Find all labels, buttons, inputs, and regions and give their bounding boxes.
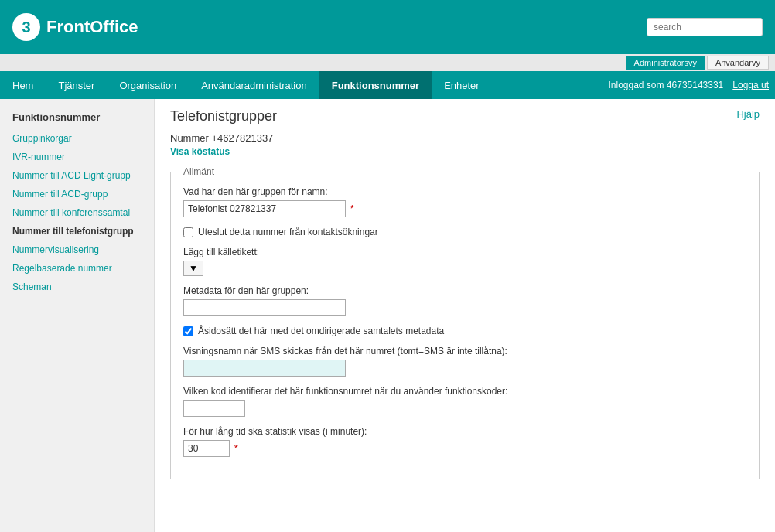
name-input[interactable]	[183, 200, 346, 217]
caller-dropdown[interactable]: ▼	[183, 261, 203, 276]
page-layout: Funktionsnummer Gruppinkorgar IVR-nummer…	[0, 99, 775, 532]
page-header: Telefonistgrupper Hjälp	[170, 108, 760, 124]
nav-item-tjanster[interactable]: Tjänster	[46, 71, 107, 99]
view-toggle-bar: Administratörsvy Användarvy	[0, 54, 775, 71]
search-area	[647, 18, 763, 36]
admin-view-button[interactable]: Administratörsvy	[626, 56, 705, 70]
sidebar-item-acd-grupp[interactable]: Nummer till ACD-grupp	[0, 185, 154, 203]
exclude-label: Uteslut detta nummer från kontaktsökning…	[198, 227, 378, 237]
sidebar-title: Funktionsnummer	[0, 108, 154, 129]
sidebar-item-telefonistgrupp[interactable]: Nummer till telefonistgrupp	[0, 222, 154, 240]
sms-row: Visningsnamn när SMS skickas från det hä…	[183, 346, 746, 377]
nav-item-organisation[interactable]: Organisation	[107, 71, 189, 99]
page-title: Telefonistgrupper	[170, 108, 277, 124]
logo-text: FrontOffice	[46, 17, 138, 37]
logout-link[interactable]: Logga ut	[732, 80, 769, 90]
logo-three-icon: 3	[12, 13, 40, 41]
name-label: Vad har den här gruppen för namn:	[183, 186, 746, 197]
user-view-button[interactable]: Användarvy	[707, 56, 769, 70]
search-input[interactable]	[647, 18, 763, 36]
sidebar-item-konferenssamtal[interactable]: Nummer till konferenssamtal	[0, 203, 154, 222]
number-info: Nummer +4627821337	[170, 132, 760, 144]
override-label: Åsidosätt det här med det omdirigerade s…	[198, 326, 444, 336]
nav-item-funktionsnummer[interactable]: Funktionsnummer	[319, 71, 432, 99]
metadata-row: Metadata för den här gruppen:	[183, 285, 746, 316]
status-link[interactable]: Visa köstatus	[170, 146, 230, 157]
top-header: 3 FrontOffice	[0, 0, 775, 54]
code-row: Vilken kod identifierar det här funktion…	[183, 386, 746, 417]
sms-label: Visningsnamn när SMS skickas från det hä…	[183, 346, 746, 356]
sidebar-item-nummervisualisering[interactable]: Nummervisualisering	[0, 240, 154, 259]
caller-row: Lägg till källetikett: ▼	[183, 247, 746, 276]
caller-label: Lägg till källetikett:	[183, 247, 746, 257]
metadata-label: Metadata för den här gruppen:	[183, 285, 746, 296]
exclude-row: Uteslut detta nummer från kontaktsökning…	[183, 227, 746, 237]
stats-label: För hur lång tid ska statistik visas (i …	[183, 426, 746, 437]
nav-item-anvandareadministration[interactable]: Användaradministration	[189, 71, 319, 99]
code-label: Vilken kod identifierar det här funktion…	[183, 386, 746, 397]
main-nav: Hem Tjänster Organisation Användaradmini…	[0, 71, 775, 99]
logged-in-label: Inloggad som 46735143331	[608, 80, 723, 90]
sidebar: Funktionsnummer Gruppinkorgar IVR-nummer…	[0, 99, 155, 532]
stats-input[interactable]	[183, 440, 230, 457]
stats-row: För hur lång tid ska statistik visas (i …	[183, 426, 746, 457]
sidebar-item-scheman[interactable]: Scheman	[0, 278, 154, 296]
code-input[interactable]	[183, 400, 245, 417]
sidebar-item-ivr-nummer[interactable]: IVR-nummer	[0, 148, 154, 166]
sidebar-item-gruppinkorgar[interactable]: Gruppinkorgar	[0, 129, 154, 148]
override-checkbox[interactable]	[183, 326, 193, 336]
name-required-star: *	[350, 203, 354, 214]
fieldset-legend: Allmänt	[180, 166, 217, 177]
override-row: Åsidosätt det här med det omdirigerade s…	[183, 326, 746, 336]
nav-item-enheter[interactable]: Enheter	[432, 71, 492, 99]
help-link[interactable]: Hjälp	[736, 108, 760, 120]
main-content: Telefonistgrupper Hjälp Nummer +46278213…	[155, 99, 775, 532]
nav-item-hem[interactable]: Hem	[0, 71, 46, 99]
sidebar-item-acd-light[interactable]: Nummer till ACD Light-grupp	[0, 166, 154, 185]
stats-required-star: *	[234, 442, 238, 454]
sidebar-item-regelbaserade[interactable]: Regelbaserade nummer	[0, 259, 154, 278]
general-fieldset: Allmänt Vad har den här gruppen för namn…	[170, 166, 760, 479]
metadata-input[interactable]	[183, 299, 346, 316]
name-row: Vad har den här gruppen för namn: *	[183, 186, 746, 217]
nav-right: Inloggad som 46735143331 Logga ut	[608, 71, 775, 99]
exclude-checkbox[interactable]	[183, 227, 193, 237]
sms-input[interactable]	[183, 360, 346, 377]
logo-area: 3 FrontOffice	[12, 13, 138, 41]
